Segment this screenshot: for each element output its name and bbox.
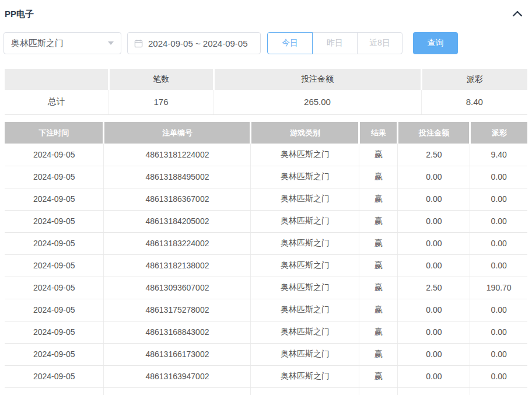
table-cell: 9.40: [470, 144, 527, 166]
table-row: 2024-09-0548613181224002奥林匹斯之门赢2.509.40: [5, 144, 527, 166]
table-row: 2024-09-0548613166173002奥林匹斯之门赢0.000.00: [5, 343, 527, 365]
summary-total-cell: 总计: [5, 90, 108, 114]
table-cell: 0.00: [470, 321, 527, 343]
table-cell: 奥林匹斯之门: [251, 343, 359, 365]
table-cell: 48613182138002: [104, 254, 251, 277]
table-cell: 48613175278002: [104, 299, 251, 321]
table-cell: [5, 387, 104, 395]
summary-header-cell: 投注金额: [214, 69, 421, 90]
summary-table: 笔数投注金额派彩 总计176265.008.40: [5, 69, 527, 115]
table-row: 2024-09-0548613163947002奥林匹斯之门赢0.000.00: [5, 365, 527, 387]
table-cell: 2024-09-05: [5, 144, 104, 166]
date-range-input[interactable]: 2024-09-05 ~ 2024-09-05: [127, 32, 261, 54]
table-cell: 奥林匹斯之门: [251, 277, 359, 299]
collapse-button[interactable]: [511, 9, 524, 19]
table-cell: 2024-09-05: [5, 210, 104, 232]
detail-header-row: 下注时间注单编号游戏类别结果投注金额派彩: [5, 122, 527, 144]
table-cell: 赢: [359, 232, 398, 254]
table-cell: 赢: [359, 321, 398, 343]
summary-header-row: 笔数投注金额派彩: [5, 69, 527, 90]
table-cell: 0.00: [470, 210, 527, 232]
table-cell: 48613166173002: [104, 343, 251, 365]
detail-header-cell: 结果: [359, 122, 398, 144]
summary-total-cell: 176: [108, 90, 214, 114]
table-cell: 0.00: [470, 232, 527, 254]
table-row: 2024-09-0548613188495002奥林匹斯之门赢0.000.00: [5, 166, 527, 188]
table-cell: 赢: [359, 188, 398, 210]
table-row: 2024-09-0548613186367002奥林匹斯之门赢0.000.00: [5, 188, 527, 210]
table-cell: 2024-09-05: [5, 299, 104, 321]
page-title: PP电子: [5, 9, 34, 20]
table-cell: [470, 387, 527, 395]
detail-header-cell: 派彩: [470, 122, 527, 144]
chevron-down-icon: [108, 41, 114, 45]
query-button[interactable]: 查询: [413, 32, 458, 54]
table-row: 2024-09-0548613168843002奥林匹斯之门赢0.000.00: [5, 321, 527, 343]
quick-range-group: 今日昨日近8日: [267, 32, 402, 54]
table-cell: 赢: [359, 210, 398, 232]
table-cell: 48613093607002: [104, 277, 251, 299]
table-cell: 0.00: [398, 254, 470, 277]
table-cell: 奥林匹斯之门: [251, 188, 359, 210]
table-cell: 赢: [359, 365, 398, 387]
summary-total-row: 总计176265.008.40: [5, 90, 527, 114]
table-cell: 0.00: [470, 254, 527, 277]
detail-table-body: 2024-09-0548613181224002奥林匹斯之门赢2.509.402…: [5, 144, 527, 395]
table-cell: 2.50: [398, 277, 470, 299]
table-cell: 2024-09-05: [5, 232, 104, 254]
today-button[interactable]: 今日: [267, 32, 313, 54]
table-cell: 190.70: [470, 277, 527, 299]
table-cell: 0.00: [470, 343, 527, 365]
table-cell: 0.00: [398, 365, 470, 387]
table-cell: 0.00: [398, 321, 470, 343]
table-cell: [359, 387, 398, 395]
table-cell: 2024-09-05: [5, 277, 104, 299]
table-cell: 赢: [359, 277, 398, 299]
table-cell: 0.00: [398, 188, 470, 210]
table-cell: 赢: [359, 166, 398, 188]
table-cell: 奥林匹斯之门: [251, 299, 359, 321]
game-select[interactable]: 奥林匹斯之门: [4, 32, 121, 54]
table-row: 2024-09-0548613175278002奥林匹斯之门赢0.000.00: [5, 299, 527, 321]
table-cell: 0.00: [398, 210, 470, 232]
table-cell: 2024-09-05: [5, 321, 104, 343]
table-cell: 2.50: [398, 144, 470, 166]
game-select-value: 奥林匹斯之门: [11, 38, 64, 49]
bet-records-table: 下注时间注单编号游戏类别结果投注金额派彩 2024-09-05486131812…: [5, 122, 527, 395]
table-cell: 赢: [359, 144, 398, 166]
table-cell: 0.00: [398, 343, 470, 365]
table-cell: 48613188495002: [104, 166, 251, 188]
table-cell: 48613186367002: [104, 188, 251, 210]
table-cell: 0.00: [470, 188, 527, 210]
table-cell: [104, 387, 251, 395]
filter-controls: 奥林匹斯之门 2024-09-05 ~ 2024-09-05 今日昨日近8日 查…: [4, 32, 458, 54]
table-cell: 奥林匹斯之门: [251, 365, 359, 387]
table-cell: 48613181224002: [104, 144, 251, 166]
table-cell: 0.00: [398, 232, 470, 254]
last-8-days-button[interactable]: 近8日: [357, 32, 402, 54]
yesterday-button[interactable]: 昨日: [312, 32, 358, 54]
table-cell: 2024-09-05: [5, 343, 104, 365]
table-row: 2024-09-0548613184205002奥林匹斯之门赢0.000.00: [5, 210, 527, 232]
table-cell: 奥林匹斯之门: [251, 144, 359, 166]
calendar-icon: [134, 39, 143, 48]
table-cell: 2024-09-05: [5, 365, 104, 387]
table-cell: 奥林匹斯之门: [251, 321, 359, 343]
table-row: 2024-09-0548613183224002奥林匹斯之门赢0.000.00: [5, 232, 527, 254]
table-cell: 2024-09-05: [5, 188, 104, 210]
table-cell: 赢: [359, 254, 398, 277]
table-cell: 奥林匹斯之门: [251, 254, 359, 277]
table-cell: 奥林匹斯之门: [251, 166, 359, 188]
summary-header-cell: 派彩: [421, 69, 527, 90]
table-cell: 2024-09-05: [5, 166, 104, 188]
pp-electronic-panel: PP电子 奥林匹斯之门 2024-09-05 ~ 2024-09-05: [0, 0, 532, 395]
table-cell: 奥林匹斯之门: [251, 210, 359, 232]
table-cell: 奥林匹斯之门: [251, 232, 359, 254]
table-row-partial: [5, 387, 527, 395]
detail-header-cell: 投注金额: [398, 122, 470, 144]
date-range-value: 2024-09-05 ~ 2024-09-05: [148, 39, 248, 48]
detail-header-cell: 游戏类别: [251, 122, 359, 144]
chevron-up-icon: [512, 11, 523, 19]
table-cell: 48613183224002: [104, 232, 251, 254]
summary-header-cell: [5, 69, 108, 90]
